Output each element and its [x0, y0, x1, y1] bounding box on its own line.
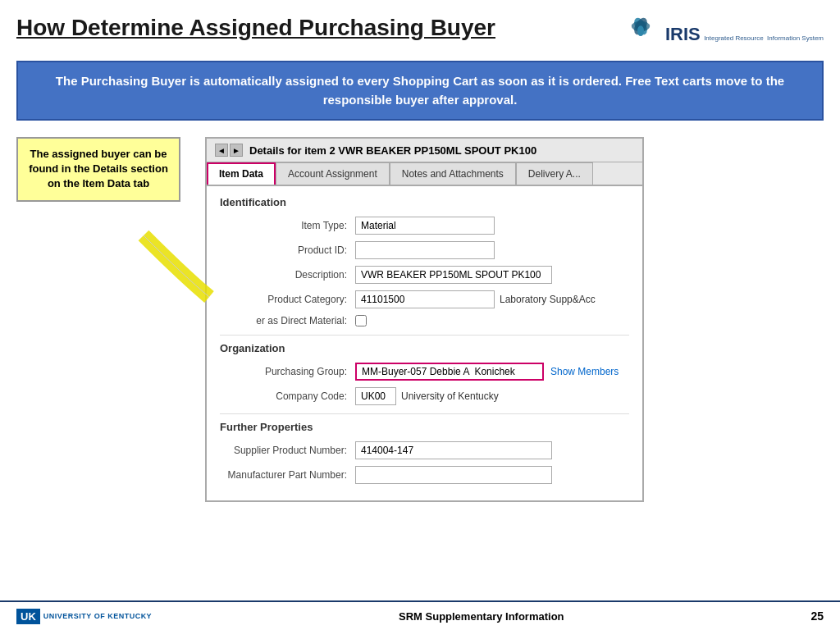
organization-section-title: Organization — [220, 342, 629, 354]
product-category-label: Product Category: — [220, 294, 355, 305]
product-id-input[interactable] — [355, 241, 495, 259]
identification-section-title: Identification — [220, 196, 629, 208]
tab-account-assignment[interactable]: Account Assignment — [276, 162, 390, 185]
company-code-row: Company Code: University of Kentucky — [220, 387, 629, 405]
organization-section: Organization Purchasing Group: Show Memb… — [220, 335, 629, 405]
company-name: University of Kentucky — [401, 390, 499, 402]
product-category-input[interactable] — [355, 290, 495, 308]
direct-material-checkbox[interactable] — [355, 315, 367, 326]
footer: UK UNIVERSITY OF KENTUCKY SRM Supplement… — [0, 600, 840, 630]
product-category-row: Product Category: Laboratory Supp&Acc — [220, 290, 629, 308]
svg-point-3 — [637, 25, 644, 36]
callout-arrow — [119, 227, 217, 326]
tab-item-data[interactable]: Item Data — [207, 162, 276, 185]
form-area: Identification Item Type: Product ID: De… — [207, 186, 642, 500]
iris-logo: IRIS Integrated Resource Information Sys… — [621, 15, 824, 54]
uk-box: UK — [16, 609, 40, 624]
manufacturer-part-label: Manufacturer Part Number: — [220, 469, 355, 481]
iris-logo-icon — [621, 15, 660, 54]
description-row: Description: — [220, 266, 629, 284]
supplier-product-input[interactable] — [355, 441, 552, 459]
show-members-link[interactable]: Show Members — [550, 366, 619, 377]
main-content: The assigned buyer can be found in the D… — [0, 129, 840, 510]
nav-prev-button[interactable]: ◄ — [215, 144, 228, 157]
uk-logo: UK UNIVERSITY OF KENTUCKY — [16, 609, 152, 624]
item-type-row: Item Type: — [220, 217, 629, 235]
product-id-row: Product ID: — [220, 241, 629, 259]
nav-arrows[interactable]: ◄ ► — [215, 144, 243, 157]
item-type-input[interactable] — [355, 217, 495, 235]
info-banner-text: The Purchasing Buyer is automatically as… — [34, 72, 806, 109]
purchasing-group-row: Purchasing Group: Show Members — [220, 363, 629, 381]
panel-title: Details for item 2 VWR BEAKER PP150ML SP… — [249, 144, 536, 157]
supplier-product-label: Supplier Product Number: — [220, 445, 355, 456]
tabs-bar: Item Data Account Assignment Notes and A… — [207, 162, 642, 186]
supplier-product-row: Supplier Product Number: — [220, 441, 629, 459]
tab-notes-attachments[interactable]: Notes and Attachments — [390, 162, 516, 185]
product-category-extra: Laboratory Supp&Acc — [500, 294, 596, 305]
item-type-label: Item Type: — [220, 220, 355, 231]
uk-university-text: UNIVERSITY OF KENTUCKY — [43, 612, 152, 620]
nav-next-button[interactable]: ► — [230, 144, 243, 157]
info-banner: The Purchasing Buyer is automatically as… — [16, 61, 824, 121]
tab-delivery[interactable]: Delivery A... — [516, 162, 593, 185]
iris-logo-text: IRIS Integrated Resource Information Sys… — [665, 24, 824, 45]
page-title: How Determine Assigned Purchasing Buyer — [16, 15, 495, 41]
manufacturer-part-row: Manufacturer Part Number: — [220, 466, 629, 484]
description-input[interactable] — [355, 266, 552, 284]
purchasing-group-input[interactable] — [355, 363, 544, 381]
purchasing-group-label: Purchasing Group: — [220, 366, 355, 377]
sap-panel: ◄ ► Details for item 2 VWR BEAKER PP150M… — [205, 137, 644, 502]
further-properties-title: Further Properties — [220, 421, 629, 433]
product-id-label: Product ID: — [220, 244, 355, 256]
company-code-label: Company Code: — [220, 390, 355, 402]
callout-text: The assigned buyer can be found in the D… — [29, 148, 168, 189]
footer-center-text: SRM Supplementary Information — [399, 610, 564, 623]
direct-material-label: er as Direct Material: — [220, 315, 355, 326]
description-label: Description: — [220, 269, 355, 281]
manufacturer-part-input[interactable] — [355, 466, 552, 484]
further-properties-section: Further Properties Supplier Product Numb… — [220, 413, 629, 484]
panel-header: ◄ ► Details for item 2 VWR BEAKER PP150M… — [207, 139, 642, 162]
callout-box: The assigned buyer can be found in the D… — [16, 137, 180, 202]
direct-material-row: er as Direct Material: — [220, 315, 629, 326]
company-code-input[interactable] — [355, 387, 396, 405]
footer-page-number: 25 — [810, 609, 824, 623]
page-header: How Determine Assigned Purchasing Buyer … — [0, 0, 840, 61]
